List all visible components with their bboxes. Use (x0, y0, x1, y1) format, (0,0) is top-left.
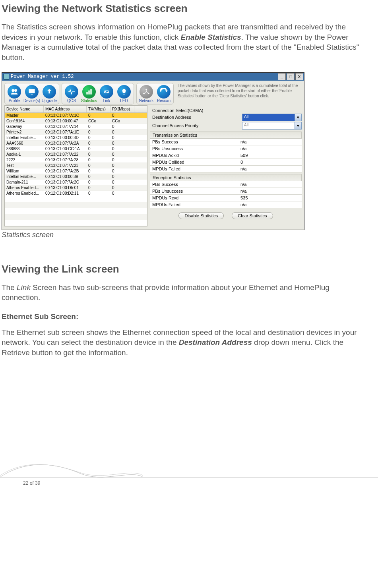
toolbar-qos-button[interactable]: QOS (63, 84, 80, 103)
window-close-button[interactable]: X (295, 73, 303, 80)
channel-priority-combo[interactable]: All ▾ (242, 122, 302, 130)
toolbar-upgrade-button[interactable]: Upgrade (41, 84, 58, 103)
toolbar-label: Network (139, 99, 154, 103)
toolbar-label: Statistics (81, 99, 97, 103)
svg-rect-4 (86, 92, 87, 95)
table-row[interactable]: Intellon Enable...00:13:C1:00:00:3D00 (5, 135, 147, 141)
toolbar-label: Device(s) (23, 99, 40, 103)
col-rx[interactable]: RX(Mbps) (110, 106, 134, 112)
toolbar-label: LED (120, 99, 128, 103)
table-row[interactable]: Damain-21100:13:C1:07:7A:2C00 (5, 180, 147, 185)
table-row[interactable]: Gateway00:13:C1:07:7A:1400 (5, 124, 147, 130)
toolbar-devices-button[interactable]: Device(s) (23, 84, 41, 103)
stat-row: MPDUs Rcvd535 (150, 195, 302, 201)
window-icon (4, 74, 9, 79)
connection-select-label: Connection Select(CSMA) (150, 108, 242, 113)
para-ethernet: The Ethernet sub screen shows the Ethern… (2, 327, 367, 358)
table-row[interactable]: Asoka-100:13:C1:07:7A:2200 (5, 152, 147, 157)
upgrade-icon (43, 85, 56, 99)
svg-rect-5 (88, 90, 89, 94)
svg-rect-7 (123, 94, 124, 95)
emphasis-enable-statistics: Enable Statistics (181, 33, 241, 41)
monitor-icon (25, 85, 39, 99)
people-icon (8, 85, 21, 99)
table-row[interactable]: Atheros Enabled...00:12:C1:00:D2:1100 (5, 191, 147, 196)
clear-statistics-button[interactable]: Clear Statistics (232, 212, 273, 219)
footer-curve-icon (0, 464, 378, 478)
refresh-icon (157, 85, 171, 99)
toolbar-led-button[interactable]: LED (115, 84, 133, 103)
toolbar-link-button[interactable]: Link (98, 84, 115, 103)
connection-select-row: Connection Select(CSMA) (150, 108, 302, 113)
emphasis-link: Link (17, 283, 31, 292)
destination-address-label: Destination Address (150, 115, 242, 120)
combo-value: All (242, 114, 295, 121)
table-row[interactable]: Master00:13:C1:07:7A:1C00 (5, 113, 147, 118)
para-statistics: The Statistics screen shows information … (2, 22, 367, 63)
window-minimize-button[interactable]: _ (278, 73, 286, 80)
col-tx[interactable]: TX(Mbps) (87, 106, 110, 112)
toolbar-label: Profile (9, 99, 20, 103)
svg-point-0 (12, 89, 14, 92)
table-row[interactable]: Conf:916400:13:C1:00:00:47CCoCCo (5, 118, 147, 124)
heading-link: Viewing the Link screen (2, 263, 367, 275)
toolbar-network-button[interactable]: Network (138, 84, 155, 103)
link-icon (100, 85, 113, 99)
figure-caption: Statistics screen (2, 231, 367, 239)
stat-row: PBs Unsuccessn/a (150, 188, 302, 195)
svg-point-8 (145, 89, 147, 90)
subheading-ethernet: Ethernet Sub Screen: (2, 312, 367, 321)
page-number: 22 of 39 (23, 480, 40, 486)
stat-row: MPDUs Collided8 (150, 159, 302, 166)
table-row[interactable]: Test00:13:C1:07:7A:2300 (5, 163, 147, 168)
combo-value: All (242, 122, 295, 129)
channel-priority-label: Channel Access Priority (150, 123, 242, 128)
text: The (2, 283, 17, 292)
chevron-down-icon[interactable]: ▾ (295, 122, 301, 129)
destination-address-combo[interactable]: All ▾ (242, 114, 302, 121)
stat-row: PBs Unsuccessn/a (150, 145, 302, 152)
para-link: The Link Screen has two sub-screens that… (2, 282, 367, 303)
stat-row: PBs Successn/a (150, 181, 302, 188)
table-row[interactable]: Atheros Enabled...00:13:C1:00:D5:0100 (5, 185, 147, 191)
window-titlebar: Power Manager ver 1.52 _ □ X (2, 73, 304, 81)
table-row[interactable]: AAA966000:13:C1:07:7A:2A00 (5, 141, 147, 146)
window-maximize-button[interactable]: □ (287, 73, 295, 80)
page-footer: 22 of 39 (0, 461, 378, 489)
pulse-icon (65, 85, 78, 99)
network-icon (140, 85, 153, 99)
col-device-name[interactable]: Device Name (5, 106, 44, 112)
toolbar: Profile Device(s) Upgrade QOS (2, 81, 304, 105)
stat-row: MPDUs Failedn/a (150, 201, 302, 208)
stat-row: MPDUs Failedn/a (150, 166, 302, 172)
table-row[interactable]: 88888800:13:C1:00:CC:1A00 (5, 146, 147, 152)
table-row[interactable]: 222200:13:C1:07:7A:2800 (5, 157, 147, 163)
toolbar-label: QOS (67, 99, 76, 103)
stat-row: MPDUs Ack'd509 (150, 152, 302, 159)
chart-icon (82, 85, 96, 99)
svg-point-9 (143, 93, 145, 94)
toolbar-label: Rescan (157, 99, 171, 103)
svg-point-10 (148, 93, 149, 94)
svg-point-1 (14, 89, 17, 92)
device-grid[interactable]: Device Name MAC Address TX(Mbps) RX(Mbps… (4, 105, 147, 226)
grid-header: Device Name MAC Address TX(Mbps) RX(Mbps… (5, 106, 147, 113)
emphasis-destination-address: Destination Address (179, 338, 252, 346)
text: Screen has two sub-screens that provide … (2, 283, 330, 302)
table-row[interactable]: William00:13:C1:07:7A:2B00 (5, 168, 147, 174)
bulb-icon (117, 85, 131, 99)
toolbar-rescan-button[interactable]: Rescan (155, 84, 173, 103)
toolbar-label: Link (103, 99, 110, 103)
table-row[interactable]: Intellon Enable...00:13:C1:00:00:3900 (5, 174, 147, 180)
heading-statistics: Viewing the Network Statistics screen (2, 2, 367, 15)
disable-statistics-button[interactable]: Disable Statistics (178, 212, 224, 219)
toolbar-label: Upgrade (42, 99, 57, 103)
toolbar-profile-button[interactable]: Profile (6, 84, 23, 103)
stat-row: PBs Successn/a (150, 139, 302, 145)
chevron-down-icon[interactable]: ▾ (295, 114, 301, 121)
svg-rect-2 (29, 89, 35, 93)
col-mac[interactable]: MAC Address (44, 106, 87, 112)
toolbar-statistics-button[interactable]: Statistics (80, 84, 98, 103)
tx-section-header: Transmission Statistics (150, 132, 302, 139)
table-row[interactable]: Printer-200:13:C1:07:7A:1E00 (5, 130, 147, 135)
